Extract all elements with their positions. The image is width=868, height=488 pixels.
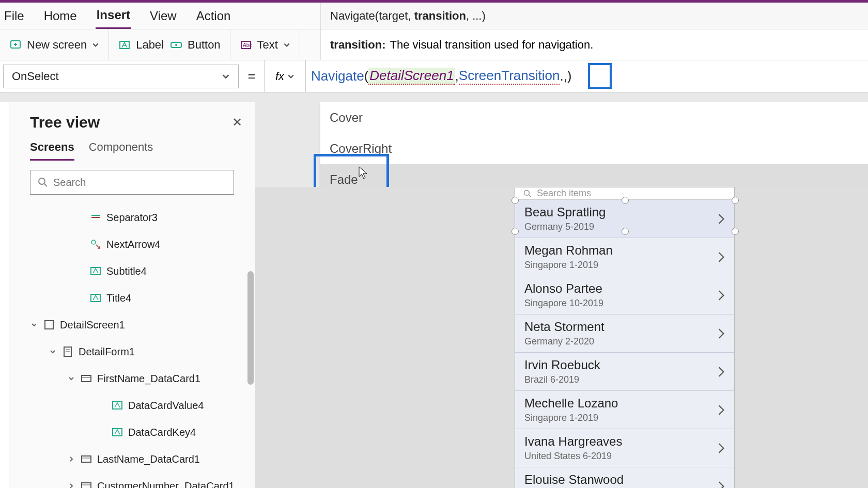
list-item[interactable]: Neta StormentGermany 2-2020: [515, 314, 734, 353]
new-screen-button[interactable]: New screen: [9, 38, 99, 52]
param-name: transition:: [330, 38, 386, 52]
fx-button[interactable]: fx: [265, 60, 306, 92]
svg-point-12: [91, 240, 96, 244]
tok-fn: Navigate: [311, 68, 364, 84]
expand-icon[interactable]: [67, 455, 75, 463]
tab-components[interactable]: Components: [89, 140, 153, 161]
tok-open: (: [364, 68, 369, 84]
tree-node[interactable]: DataCardValue4: [9, 392, 250, 419]
card-icon: [81, 453, 92, 465]
ac-item-cover[interactable]: Cover: [320, 102, 868, 133]
list-item[interactable]: Irvin RoebuckBrazil 6-2019: [515, 353, 734, 391]
preview-search-row: Search items: [515, 187, 734, 200]
list-item-title: Elouise Stanwood: [524, 473, 624, 487]
preview-search-label: Search items: [537, 188, 591, 199]
tree-node[interactable]: Title4: [9, 285, 250, 311]
scrollbar-thumb[interactable]: [247, 271, 254, 385]
label-button[interactable]: Label: [118, 38, 164, 52]
text-icon: Abc: [240, 39, 252, 51]
formula-input[interactable]: Navigate(DetailScreen1, ScreenTransition…: [306, 60, 868, 92]
label-icon: [112, 400, 123, 411]
tree-search-box[interactable]: [30, 170, 234, 195]
chevron-right-icon[interactable]: [718, 290, 725, 301]
text-label: Text: [257, 38, 278, 52]
menu-insert[interactable]: Insert: [96, 3, 131, 29]
svg-text:Abc: Abc: [243, 42, 252, 48]
list-item[interactable]: Elouise StanwoodUK 1-2020: [515, 467, 734, 488]
svg-line-28: [529, 195, 531, 197]
menu-action[interactable]: Action: [195, 4, 232, 28]
tree-node-label: Separator3: [106, 212, 158, 224]
sig-arg1: target: [379, 9, 408, 23]
button-label: Button: [188, 38, 221, 52]
tree-node[interactable]: Separator3: [9, 204, 250, 231]
list-item-title: Irvin Roebuck: [524, 358, 600, 372]
label-icon: [118, 39, 131, 51]
list-item-subtitle: Brazil 6-2019: [524, 374, 600, 385]
button-button[interactable]: Button: [170, 38, 221, 52]
left-nav-strip[interactable]: [0, 102, 9, 488]
property-value: OnSelect: [12, 70, 59, 83]
list-item[interactable]: Megan RohmanSingapore 1-2019: [515, 238, 734, 276]
svg-point-8: [39, 178, 45, 184]
sep-icon: [90, 212, 101, 223]
svg-rect-15: [45, 321, 53, 329]
chevron-right-icon[interactable]: [718, 404, 725, 416]
tree-node[interactable]: DetailForm1: [9, 338, 250, 365]
autocomplete-dropdown: Cover CoverRight Fade: [320, 102, 868, 196]
chevron-right-icon[interactable]: [718, 213, 725, 225]
tree-node[interactable]: LastName_DataCard1: [9, 446, 250, 473]
tree-node[interactable]: DataCardKey4: [9, 419, 250, 446]
chevron-down-icon: [287, 73, 295, 80]
tree-node-label: DataCardValue4: [128, 400, 204, 412]
list-item-subtitle: Singapore 1-2019: [524, 413, 618, 423]
chevron-right-icon[interactable]: [718, 366, 725, 377]
list-item-title: Megan Rohman: [524, 243, 613, 258]
param-desc: The visual transition used for navigatio…: [390, 38, 594, 52]
menu-home[interactable]: Home: [43, 4, 78, 28]
list-item[interactable]: Ivana HargreavesUnited States 6-2019: [515, 429, 734, 467]
property-dropdown[interactable]: OnSelect: [3, 65, 239, 88]
menu-file[interactable]: File: [3, 4, 25, 28]
tok-tail: .,): [560, 68, 571, 84]
label-icon: [90, 292, 101, 304]
list-item[interactable]: Beau SpratlingGermany 5-2019: [515, 200, 734, 238]
list-item[interactable]: Alonso ParteeSingapore 10-2019: [515, 276, 734, 314]
expand-spacer: [98, 401, 106, 410]
expand-icon[interactable]: [49, 348, 57, 356]
tree-node[interactable]: NextArrow4: [9, 231, 250, 258]
list-item-subtitle: Singapore 1-2019: [524, 260, 613, 271]
expand-icon[interactable]: [30, 321, 38, 329]
expand-spacer: [76, 294, 85, 302]
svg-line-9: [44, 184, 47, 186]
expand-icon[interactable]: [67, 374, 75, 383]
new-screen-icon: [9, 39, 22, 51]
ac-item-coverright[interactable]: CoverRight: [320, 133, 868, 164]
chevron-right-icon[interactable]: [718, 481, 725, 489]
tok-comma: ,: [455, 68, 459, 84]
expand-spacer: [76, 213, 85, 222]
arrow-icon: [90, 239, 101, 250]
card-icon: [81, 480, 92, 488]
tree-node[interactable]: DetailScreen1: [9, 311, 250, 338]
equals-sign: =: [239, 60, 265, 92]
chevron-right-icon[interactable]: [718, 328, 725, 339]
formula-bar: OnSelect = fx Navigate(DetailScreen1, Sc…: [0, 60, 868, 92]
tree-node[interactable]: Subtitle4: [9, 258, 250, 285]
tree-search-input[interactable]: [53, 177, 226, 188]
search-icon: [38, 177, 48, 187]
close-icon[interactable]: ✕: [232, 115, 242, 130]
tab-screens[interactable]: Screens: [30, 140, 74, 161]
menu-view[interactable]: View: [149, 4, 178, 28]
list-item-title: Mechelle Lozano: [524, 396, 618, 411]
tok-arg1: DetailScreen1: [368, 68, 455, 85]
chevron-right-icon[interactable]: [718, 251, 725, 263]
list-item[interactable]: Mechelle LozanoSingapore 1-2019: [515, 391, 734, 429]
tree-node[interactable]: FirstName_DataCard1: [9, 365, 250, 392]
param-help: transition: The visual transition used f…: [320, 29, 868, 60]
tree-node[interactable]: CustomerNumber_DataCard1: [9, 473, 250, 488]
chevron-right-icon[interactable]: [718, 443, 725, 454]
tree-node-label: FirstName_DataCard1: [97, 373, 200, 385]
text-dropdown-button[interactable]: Abc Text: [240, 38, 290, 52]
expand-icon[interactable]: [67, 482, 75, 488]
